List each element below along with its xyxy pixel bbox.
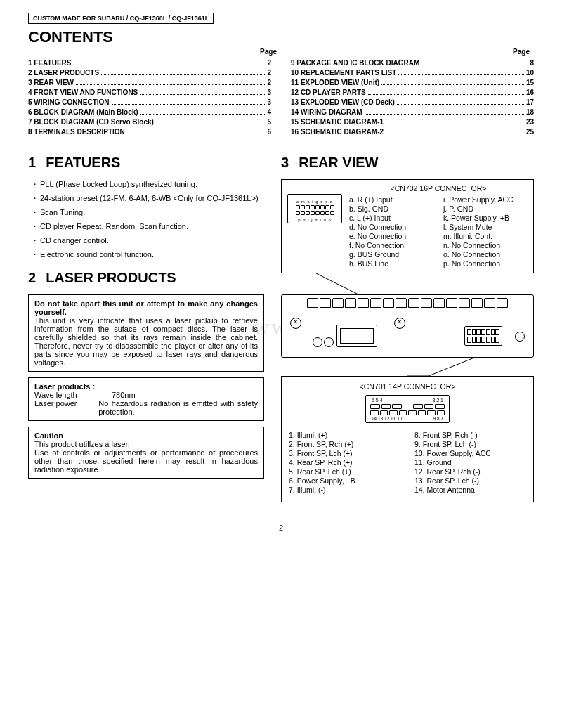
- toc-label: 6 BLOCK DIAGRAM (Main Block): [28, 108, 138, 116]
- pin-item: 8. Front SP, Rch (-): [414, 431, 526, 439]
- toc-dots: [386, 134, 524, 134]
- toc-label: 4 FRONT VIEW AND FUNCTIONS: [28, 89, 138, 96]
- toc-dots: [381, 84, 524, 85]
- pin-item: i. Power Supply, ACC: [443, 195, 528, 204]
- toc-page: 23: [526, 118, 534, 126]
- leader-line-bottom: [281, 358, 534, 376]
- pin-item: 9. Front SP, Lch (-): [414, 440, 526, 448]
- toc-page: 25: [526, 128, 534, 136]
- pin-item: 10. Power Supply, ACC: [414, 449, 526, 457]
- toc-page: 4: [267, 108, 271, 116]
- pin-item: 14. Motor Antenna: [414, 486, 526, 494]
- toc-page: 5: [267, 118, 271, 126]
- pin-item: a. R (+) Input: [349, 195, 433, 204]
- section-1-heading: 1 FEATUERS: [28, 155, 264, 171]
- cn702-connector-figure: o m k i g e c a p n l j h f d b: [287, 194, 342, 223]
- toc-label: 1 FEATUERS: [28, 59, 72, 67]
- laser-warning-body: This unit is very intricate that uses a …: [34, 316, 258, 367]
- cn701-connector-box: <CN701 14P CONNECTOR> 6 5 4 3 2 1 14 13 …: [281, 376, 534, 502]
- cn701-title: <CN701 14P CONNECTOR>: [289, 382, 526, 391]
- toc-col-right: 9 PACKAGE AND IC BLOCK DIAGRAM810 REPLAC…: [291, 57, 534, 138]
- toc-dots: [140, 94, 265, 95]
- pin-item: g. BUS Ground: [349, 250, 433, 259]
- toc-row: 4 FRONT VIEW AND FUNCTIONS3: [28, 89, 271, 96]
- page-number: 2: [28, 524, 534, 532]
- feature-item: Electronic sound control function.: [31, 249, 264, 260]
- feature-item: PLL (Phase Locked Loop) synthesized tuni…: [31, 179, 264, 190]
- toc-dots: [398, 74, 523, 75]
- toc-page: 8: [530, 59, 534, 67]
- toc-col-left: 1 FEATUERS22 LASER PRODUCTS23 REAR VIEW2…: [28, 57, 271, 138]
- toc-row: 15 SCHEMATIC DIAGRAM-123: [291, 118, 534, 126]
- toc-row: 2 LASER PRODUCTS2: [28, 69, 271, 77]
- toc-page: 2: [267, 79, 271, 86]
- section-1-title: FEATUERS: [46, 155, 120, 171]
- pin-item: n. No Connection: [443, 241, 528, 249]
- caution-box: Caution This product utillzes a laser. U…: [28, 427, 264, 479]
- toc-label: 15 SCHEMATIC DIAGRAM-1: [291, 118, 384, 126]
- toc-page: 2: [267, 69, 271, 77]
- toc-row: 14 WIRING DIAGRAM18: [291, 108, 534, 116]
- screw-icon: [290, 318, 301, 329]
- pin-item: 7. Illumi. (-): [289, 486, 400, 494]
- toc-dots: [365, 114, 524, 115]
- toc-page: 6: [267, 128, 271, 136]
- pin-item: c. L (+) Input: [349, 214, 433, 222]
- toc-row: 5 WIRING CONNECTION3: [28, 98, 271, 106]
- toc-label: 2 LASER PRODUCTS: [28, 69, 99, 77]
- toc-row: 7 BLOCK DIAGRAM (CD Servo Block)5: [28, 118, 271, 126]
- feature-item: CD player Repeat, Random, Scan function.: [31, 221, 264, 232]
- page-label-left: Page: [28, 48, 281, 56]
- cn701-label-tl: 6 5 4: [372, 398, 383, 403]
- toc-label: 5 WIRING CONNECTION: [28, 98, 110, 106]
- pin-item: j. P. GND: [443, 204, 528, 213]
- cn701-label-tr: 3 2 1: [432, 398, 443, 403]
- cn702-pins-bottom: p n l j h f d b: [292, 217, 338, 223]
- toc-page: 10: [526, 69, 534, 77]
- pin-item: 3. Front SP, Lch (+): [289, 449, 400, 457]
- cn702-pins-top: o m k i g e c a: [292, 199, 338, 204]
- laser-warning-bold: Do not take apart this unit or attempt t…: [34, 299, 258, 316]
- cn702-pins-col-right: i. Power Supply, ACCj. P. GNDk. Power Su…: [443, 195, 528, 268]
- section-2-number: 2: [28, 270, 36, 286]
- port-circle: [324, 337, 334, 347]
- toc-dots: [397, 104, 524, 105]
- toc-dots: [368, 94, 524, 95]
- toc-page: 16: [526, 89, 534, 96]
- toc-dots: [156, 124, 266, 124]
- header-model-strip: CUSTOM MADE FOR SUBARU / CQ-JF1360L / CQ…: [28, 13, 214, 24]
- section-3-heading: 3 REAR VIEW: [281, 155, 534, 171]
- port-cn701: [464, 326, 502, 346]
- toc-row: 13 EXPLODED VIEW (CD Deck)17: [291, 98, 534, 106]
- toc-page: 3: [267, 89, 271, 96]
- toc-dots: [76, 84, 265, 85]
- toc-page: 2: [267, 59, 271, 67]
- pin-item: 1. Illumi. (+): [289, 431, 400, 439]
- port-cn702: [336, 325, 377, 347]
- section-3-number: 3: [281, 155, 289, 171]
- toc-page: 15: [526, 79, 534, 86]
- toc-row: 12 CD PLAYER PARTS16: [291, 89, 534, 96]
- pin-item: b. Sig. GND: [349, 204, 433, 213]
- port-circle: [515, 332, 525, 342]
- toc-label: 9 PACKAGE AND IC BLOCK DIAGRAM: [291, 59, 419, 67]
- cn702-title: <CN702 16P CONNECTOR>: [349, 184, 528, 193]
- contents-heading: CONTENTS: [28, 28, 534, 46]
- toc-dots: [74, 65, 266, 65]
- caution-heading: Caution: [34, 431, 258, 440]
- toc-row: 1 FEATUERS2: [28, 59, 271, 67]
- toc-label: 12 CD PLAYER PARTS: [291, 89, 366, 96]
- toc-label: 16 SCHEMATIC DIAGRAM-2: [291, 128, 384, 136]
- toc-label: 7 BLOCK DIAGRAM (CD Servo Block): [28, 118, 154, 126]
- toc-dots: [140, 114, 266, 115]
- toc-row: 8 TERMINALS DESCRIPTION6: [28, 128, 271, 136]
- pin-item: 11. Ground: [414, 458, 526, 467]
- caution-body: This product utillzes a laser. Use of co…: [34, 440, 258, 474]
- leader-line-top: [281, 273, 534, 294]
- port-circle: [313, 337, 322, 347]
- cn701-pins-col-right: 8. Front SP, Rch (-)9. Front SP, Lch (-)…: [414, 430, 526, 495]
- laser-power-key: Laser power: [34, 399, 98, 416]
- toc-page: 18: [526, 108, 534, 116]
- laser-spec-heading: Laser products :: [34, 382, 258, 391]
- toc-dots: [422, 65, 528, 65]
